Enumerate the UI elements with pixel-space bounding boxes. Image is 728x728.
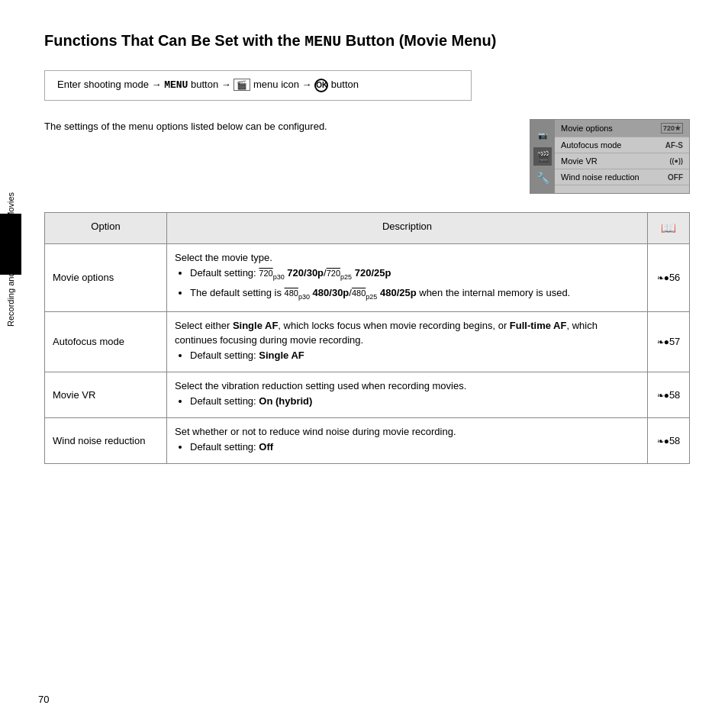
side-tab-black-bar [0, 214, 21, 275]
menu-row-wind-noise: Wind noise reduction OFF [555, 169, 689, 185]
page-number: 70 [38, 694, 49, 705]
ref-icon-wind-noise: ❧ [657, 436, 664, 446]
camera-menu-icon-bar: 📷 🎬 🔧 [530, 120, 555, 193]
movie-icon-active: 🎬 [533, 147, 552, 166]
option-movie-vr: Movie VR [45, 372, 167, 418]
ref-icon-autofocus: ❧ [657, 337, 664, 346]
ok-button-icon: OK [314, 79, 328, 92]
table-row-autofocus: Autofocus mode Select either Single AF, … [45, 311, 690, 372]
option-autofocus: Autofocus mode [45, 311, 167, 372]
options-table: Option Description 📖 Movie options Selec… [44, 212, 690, 464]
book-icon: 📖 [661, 221, 676, 234]
intro-text: The settings of the menu options listed … [44, 119, 511, 134]
ref-movie-vr: ❧●58 [648, 372, 690, 418]
option-movie-options: Movie options [45, 244, 167, 312]
ref-wind-noise: ❧●58 [648, 418, 690, 464]
menu-keyword: MENU [164, 79, 188, 91]
table-header-row: Option Description 📖 [45, 213, 690, 244]
nav-box: Enter shooting mode → MENU button → 🎬 me… [44, 70, 472, 101]
res-720-30-icon: 720 [259, 269, 272, 278]
settings-icon: 🔧 [533, 169, 552, 187]
table-row-movie-vr: Movie VR Select the vibration reduction … [45, 372, 690, 418]
camera-icon: 📷 [533, 126, 552, 144]
col-header-ref: 📖 [648, 213, 690, 244]
ref-movie-options: ❧●56 [648, 244, 690, 312]
desc-autofocus: Select either Single AF, which locks foc… [167, 311, 648, 372]
option-wind-noise: Wind noise reduction [45, 418, 167, 464]
menu-row-autofocus: Autofocus mode AF-S [555, 137, 689, 153]
desc-movie-vr: Select the vibration reduction setting u… [167, 372, 648, 418]
ref-icon-movie-vr: ❧ [657, 391, 664, 400]
col-header-option: Option [45, 213, 167, 244]
main-content: Functions That Can Be Set with the MENU … [21, 0, 728, 728]
intro-section: The settings of the menu options listed … [44, 119, 690, 194]
table-row-movie-options: Movie options Select the movie type. Def… [45, 244, 690, 312]
movie-menu-icon: 🎬 [234, 79, 250, 91]
camera-menu-options: Movie options 720★ Autofocus mode AF-S M… [555, 120, 689, 193]
desc-movie-options: Select the movie type. Default setting: … [167, 244, 648, 312]
menu-row-movie-vr: Movie VR ((●)) [555, 153, 689, 169]
menu-word-title: MENU [304, 33, 341, 50]
ref-autofocus: ❧●57 [648, 311, 690, 372]
table-row-wind-noise: Wind noise reduction Set whether or not … [45, 418, 690, 464]
ref-icon-movie-options: ❧ [657, 273, 664, 282]
menu-row-movie-options: Movie options 720★ [555, 120, 689, 137]
page-title: Functions That Can Be Set with the MENU … [44, 31, 690, 52]
desc-wind-noise: Set whether or not to reduce wind noise … [167, 418, 648, 464]
camera-menu-screenshot: 📷 🎬 🔧 Movie options 720★ Autofocus mode … [530, 119, 690, 194]
col-header-description: Description [167, 213, 648, 244]
side-tab: Recording and Playing Back Movies [0, 0, 21, 728]
